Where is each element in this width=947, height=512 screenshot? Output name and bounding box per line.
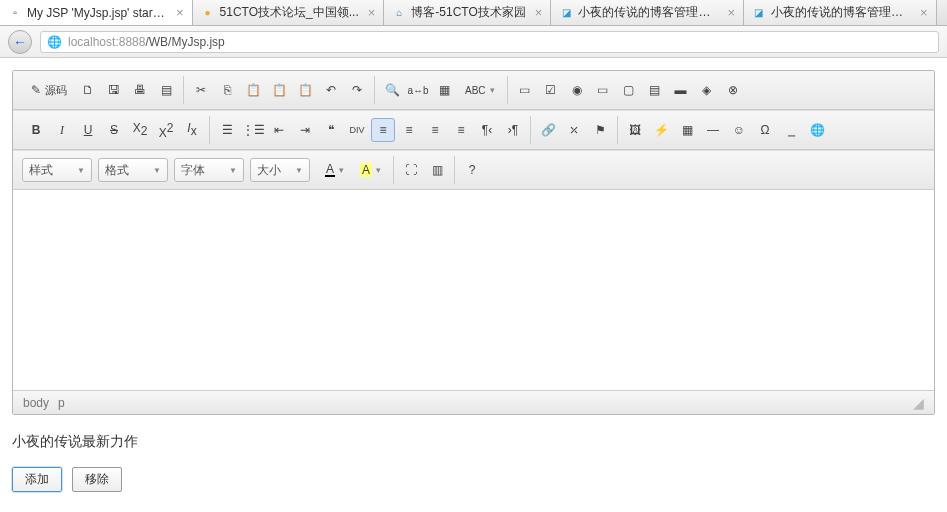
hr-button[interactable]: ― bbox=[701, 118, 725, 142]
close-icon[interactable]: × bbox=[535, 5, 543, 20]
textcolor-button[interactable]: A▾ bbox=[318, 158, 351, 182]
newpage-button[interactable]: 🗋 bbox=[76, 78, 100, 102]
subscript-button[interactable]: X2 bbox=[128, 118, 152, 142]
anchor-button[interactable]: ⚑ bbox=[588, 118, 612, 142]
pagebreak-button[interactable]: ⎯ bbox=[779, 118, 803, 142]
aligncenter-button[interactable]: ≡ bbox=[397, 118, 421, 142]
toolbar-row-2: B I U S X2 X2 Ix ☰ ⋮☰ ⇤ ⇥ ❝ DIV ≡ ≡ ≡ ≡ … bbox=[13, 110, 934, 150]
spellcheck-button[interactable]: ABC▾ bbox=[458, 78, 502, 102]
table-button[interactable]: ▦ bbox=[675, 118, 699, 142]
close-icon[interactable]: × bbox=[727, 5, 735, 20]
cut-button[interactable]: ✂ bbox=[189, 78, 213, 102]
maximize-button[interactable]: ⛶ bbox=[399, 158, 423, 182]
path-body[interactable]: body bbox=[23, 396, 49, 410]
strike-button[interactable]: S bbox=[102, 118, 126, 142]
font-combo[interactable]: 字体▼ bbox=[174, 158, 244, 182]
tab-0[interactable]: ▫ My JSP 'MyJsp.jsp' starti... × bbox=[0, 0, 193, 25]
rtl-button[interactable]: ›¶ bbox=[501, 118, 525, 142]
editor-canvas[interactable] bbox=[13, 190, 934, 390]
textfield-icon: ▭ bbox=[597, 83, 608, 97]
ol-button[interactable]: ☰ bbox=[215, 118, 239, 142]
close-icon[interactable]: × bbox=[176, 5, 184, 20]
dot-icon: ● bbox=[201, 6, 215, 20]
tab-4[interactable]: ◪ 小夜的传说的博客管理后... × bbox=[744, 0, 937, 25]
specialchar-button[interactable]: Ω bbox=[753, 118, 777, 142]
superscript-button[interactable]: X2 bbox=[154, 118, 178, 142]
textfield-button[interactable]: ▭ bbox=[591, 78, 615, 102]
radio-button[interactable]: ◉ bbox=[565, 78, 589, 102]
redo-button[interactable]: ↷ bbox=[345, 78, 369, 102]
image-button[interactable]: 🖼 bbox=[623, 118, 647, 142]
add-button[interactable]: 添加 bbox=[12, 467, 62, 492]
format-combo[interactable]: 格式▼ bbox=[98, 158, 168, 182]
bold-button[interactable]: B bbox=[24, 118, 48, 142]
chevron-down-icon: ▾ bbox=[339, 165, 344, 175]
toolbar-row-3: 样式▼ 格式▼ 字体▼ 大小▼ A▾ A▾ ⛶ ▥ ? bbox=[13, 150, 934, 190]
form-button[interactable]: ▭ bbox=[513, 78, 537, 102]
close-icon[interactable]: × bbox=[920, 5, 928, 20]
showblocks-button[interactable]: ▥ bbox=[425, 158, 449, 182]
replace-icon: a↔b bbox=[407, 85, 428, 96]
tab-3[interactable]: ◪ 小夜的传说的博客管理后... × bbox=[551, 0, 744, 25]
button-button[interactable]: ▬ bbox=[669, 78, 693, 102]
copy-button[interactable]: ⎘ bbox=[215, 78, 239, 102]
browser-tabs: ▫ My JSP 'MyJsp.jsp' starti... × ● 51CTO… bbox=[0, 0, 947, 26]
paste-button[interactable]: 📋 bbox=[241, 78, 265, 102]
alignright-button[interactable]: ≡ bbox=[423, 118, 447, 142]
remove-button[interactable]: 移除 bbox=[72, 467, 122, 492]
blocks-icon: ▥ bbox=[432, 163, 443, 177]
smiley-button[interactable]: ☺ bbox=[727, 118, 751, 142]
quote-button[interactable]: ❝ bbox=[319, 118, 343, 142]
template-button[interactable]: ▤ bbox=[154, 78, 178, 102]
bgcolor-button[interactable]: A▾ bbox=[353, 158, 388, 182]
alignright-icon: ≡ bbox=[431, 123, 438, 137]
flash-button[interactable]: ⚡ bbox=[649, 118, 673, 142]
underline-icon: U bbox=[84, 123, 93, 137]
paste-text-button[interactable]: 📋 bbox=[267, 78, 291, 102]
unlink-button[interactable]: ⤫ bbox=[562, 118, 586, 142]
removeformat-button[interactable]: Ix bbox=[180, 118, 204, 142]
justify-icon: ≡ bbox=[457, 123, 464, 137]
underline-button[interactable]: U bbox=[76, 118, 100, 142]
checkbox-button[interactable]: ☑ bbox=[539, 78, 563, 102]
ul-button[interactable]: ⋮☰ bbox=[241, 118, 265, 142]
iframe-button[interactable]: 🌐 bbox=[805, 118, 829, 142]
hidden-button[interactable]: ⊗ bbox=[721, 78, 745, 102]
ltr-button[interactable]: ¶‹ bbox=[475, 118, 499, 142]
path-p[interactable]: p bbox=[58, 396, 65, 410]
about-button[interactable]: ? bbox=[460, 158, 484, 182]
link-icon: 🔗 bbox=[541, 123, 556, 137]
ol-icon: ☰ bbox=[222, 123, 233, 137]
tab-1[interactable]: ● 51CTO技术论坛_中国领... × bbox=[193, 0, 385, 25]
alignleft-button[interactable]: ≡ bbox=[371, 118, 395, 142]
tab-title: My JSP 'MyJsp.jsp' starti... bbox=[27, 6, 167, 20]
select-button[interactable]: ▤ bbox=[643, 78, 667, 102]
size-combo[interactable]: 大小▼ bbox=[250, 158, 310, 182]
paste-word-icon: 📋 bbox=[298, 83, 313, 97]
close-icon[interactable]: × bbox=[368, 5, 376, 20]
italic-button[interactable]: I bbox=[50, 118, 74, 142]
textarea-button[interactable]: ▢ bbox=[617, 78, 641, 102]
resize-handle[interactable]: ◢ bbox=[913, 395, 924, 411]
source-button[interactable]: ✎源码 bbox=[24, 78, 74, 102]
selectall-button[interactable]: ▦ bbox=[432, 78, 456, 102]
indent-button[interactable]: ⇥ bbox=[293, 118, 317, 142]
justify-button[interactable]: ≡ bbox=[449, 118, 473, 142]
replace-button[interactable]: a↔b bbox=[406, 78, 430, 102]
paste-word-button[interactable]: 📋 bbox=[293, 78, 317, 102]
url-box[interactable]: 🌐 localhost:8888/WB/MyJsp.jsp bbox=[40, 31, 939, 53]
undo-button[interactable]: ↶ bbox=[319, 78, 343, 102]
indent-icon: ⇥ bbox=[300, 123, 310, 137]
find-button[interactable]: 🔍 bbox=[380, 78, 404, 102]
imagebtn-button[interactable]: ◈ bbox=[695, 78, 719, 102]
div-button[interactable]: DIV bbox=[345, 118, 369, 142]
tab-2[interactable]: ⌂ 博客-51CTO技术家园 × bbox=[384, 0, 551, 25]
save-button[interactable]: 🖫 bbox=[102, 78, 126, 102]
print-button[interactable]: 🖶 bbox=[128, 78, 152, 102]
smiley-icon: ☺ bbox=[733, 123, 745, 137]
link-button[interactable]: 🔗 bbox=[536, 118, 560, 142]
style-combo[interactable]: 样式▼ bbox=[22, 158, 92, 182]
tab-title: 小夜的传说的博客管理后... bbox=[771, 4, 911, 21]
outdent-button[interactable]: ⇤ bbox=[267, 118, 291, 142]
back-button[interactable]: ← bbox=[8, 30, 32, 54]
